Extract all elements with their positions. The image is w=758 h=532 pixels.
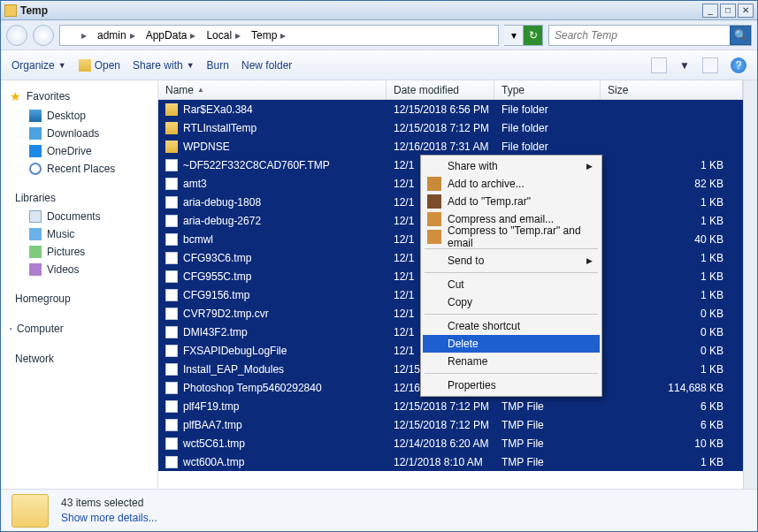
file-name: CFG955C.tmp	[183, 270, 251, 283]
search-icon[interactable]: 🔍	[730, 26, 751, 45]
file-size: 1 KB	[601, 456, 743, 468]
ctx-rename[interactable]: Rename	[423, 353, 600, 370]
file-type: File folder	[494, 103, 601, 116]
scrollbar[interactable]	[743, 80, 757, 489]
folder-icon	[4, 4, 17, 17]
command-bar: Organize▼ Open Share with▼ Burn New fold…	[1, 50, 757, 80]
show-details-link[interactable]: Show more details...	[61, 511, 157, 526]
ctx-cut[interactable]: Cut	[423, 276, 600, 293]
file-list[interactable]: Rar$EXa0.38412/15/2018 6:56 PMFile folde…	[158, 100, 743, 489]
nav-recent-places[interactable]: Recent Places	[1, 160, 157, 178]
archive-icon	[427, 230, 441, 244]
nav-pictures[interactable]: Pictures	[1, 243, 157, 261]
file-row[interactable]: wct5C61.tmp12/14/2018 6:20 AMTMP File10 …	[158, 434, 743, 452]
open-button[interactable]: Open	[79, 59, 120, 72]
nav-desktop[interactable]: Desktop	[1, 107, 157, 125]
file-icon	[165, 456, 178, 468]
file-size: 6 KB	[601, 400, 743, 413]
videos-icon	[29, 263, 42, 276]
file-name: bcmwl	[183, 233, 213, 246]
folder-icon	[165, 103, 178, 116]
new-folder-button[interactable]: New folder	[241, 59, 292, 72]
refresh-button[interactable]: ↻	[524, 25, 543, 46]
file-name: amt3	[183, 178, 207, 190]
ctx-create-shortcut[interactable]: Create shortcut	[423, 317, 600, 335]
file-row[interactable]: wct600A.tmp12/1/2018 8:10 AMTMP File1 KB	[158, 452, 743, 471]
libraries-header[interactable]: Libraries	[1, 188, 157, 208]
file-type: File folder	[494, 122, 601, 134]
maximize-button[interactable]: □	[720, 4, 736, 18]
nav-onedrive[interactable]: OneDrive	[1, 142, 157, 160]
folder-icon	[165, 122, 178, 134]
burn-button[interactable]: Burn	[207, 59, 229, 72]
ctx-send-to[interactable]: Send to	[423, 252, 600, 270]
share-with-button[interactable]: Share with▼	[133, 59, 195, 72]
help-icon[interactable]: ?	[731, 57, 747, 73]
search-box[interactable]: 🔍	[548, 25, 752, 46]
nav-music[interactable]: Music	[1, 225, 157, 243]
back-button[interactable]	[6, 25, 27, 46]
file-row[interactable]: WPDNSE12/16/2018 7:31 AMFile folder	[158, 137, 743, 156]
organize-button[interactable]: Organize▼	[11, 59, 66, 72]
cloud-icon	[29, 145, 42, 157]
file-name: CFG93C6.tmp	[183, 252, 251, 264]
nav-videos[interactable]: Videos	[1, 261, 157, 278]
desktop-icon	[29, 110, 42, 122]
file-row[interactable]: Rar$EXa0.38412/15/2018 6:56 PMFile folde…	[158, 100, 743, 118]
favorites-header[interactable]: ★Favorites	[1, 86, 157, 107]
file-size: 0 KB	[601, 308, 743, 320]
nav-downloads[interactable]: Downloads	[1, 125, 157, 142]
file-row[interactable]: RTLInstallTemp12/15/2018 7:12 PMFile fol…	[158, 118, 743, 137]
ctx-add-archive[interactable]: Add to archive...	[423, 175, 600, 193]
file-name: aria-debug-1808	[183, 196, 261, 209]
file-name: aria-debug-2672	[183, 215, 261, 227]
file-name: plfBAA7.tmp	[183, 419, 242, 431]
view-dropdown-button[interactable]: ▼	[679, 59, 690, 72]
window-title: Temp	[20, 4, 701, 17]
address-bar[interactable]: ▸ admin▸ AppData▸ Local▸ Temp▸	[59, 25, 499, 46]
forward-button[interactable]	[33, 25, 54, 46]
address-dropdown-button[interactable]: ▾	[504, 25, 524, 46]
clock-icon	[29, 163, 42, 175]
archive-icon	[427, 212, 441, 226]
file-icon	[165, 437, 178, 450]
file-type: File folder	[494, 141, 601, 153]
nav-computer[interactable]: Computer	[1, 319, 157, 338]
file-name: wct5C61.tmp	[183, 437, 245, 450]
search-input[interactable]	[549, 29, 730, 42]
file-row[interactable]: plf4F19.tmp12/15/2018 7:12 PMTMP File6 K…	[158, 397, 743, 415]
file-size: 1 KB	[601, 270, 743, 283]
explorer-window: Temp _ □ ✕ ▸ admin▸ AppData▸ Local▸ Temp…	[0, 0, 758, 532]
file-row[interactable]: plfBAA7.tmp12/15/2018 7:12 PMTMP File6 K…	[158, 415, 743, 434]
file-date: 12/15/2018 6:56 PM	[387, 103, 494, 116]
file-size: 6 KB	[601, 419, 743, 431]
breadcrumb-segment[interactable]: Temp▸	[246, 26, 291, 45]
view-options-button[interactable]	[651, 57, 667, 73]
file-name: plf4F19.tmp	[183, 400, 239, 413]
column-size[interactable]: Size	[601, 80, 743, 99]
file-date: 12/16/2018 7:31 AM	[387, 141, 494, 153]
file-size: 0 KB	[601, 345, 743, 357]
ctx-share-with[interactable]: Share with	[423, 157, 600, 175]
close-button[interactable]: ✕	[738, 4, 754, 18]
ctx-compress-temp-email[interactable]: Compress to "Temp.rar" and email	[423, 228, 600, 246]
breadcrumb-segment[interactable]: admin▸	[92, 26, 141, 45]
file-size: 1 KB	[601, 159, 743, 171]
breadcrumb-segment[interactable]: AppData▸	[141, 26, 202, 45]
file-icon	[165, 400, 178, 413]
column-type[interactable]: Type	[494, 80, 601, 99]
nav-homegroup[interactable]: Homegroup	[1, 289, 157, 308]
titlebar[interactable]: Temp _ □ ✕	[1, 1, 757, 20]
column-date[interactable]: Date modified	[387, 80, 494, 99]
ctx-copy[interactable]: Copy	[423, 293, 600, 311]
column-name[interactable]: Name▲	[158, 80, 387, 99]
breadcrumb-segment[interactable]: Local▸	[201, 26, 246, 45]
ctx-delete[interactable]: Delete	[423, 335, 600, 353]
ctx-add-temp-rar[interactable]: Add to "Temp.rar"	[423, 193, 600, 210]
preview-pane-button[interactable]	[702, 57, 718, 73]
nav-documents[interactable]: Documents	[1, 208, 157, 225]
nav-network[interactable]: Network	[1, 349, 157, 369]
music-icon	[29, 228, 42, 240]
minimize-button[interactable]: _	[702, 4, 718, 18]
ctx-properties[interactable]: Properties	[423, 376, 600, 394]
